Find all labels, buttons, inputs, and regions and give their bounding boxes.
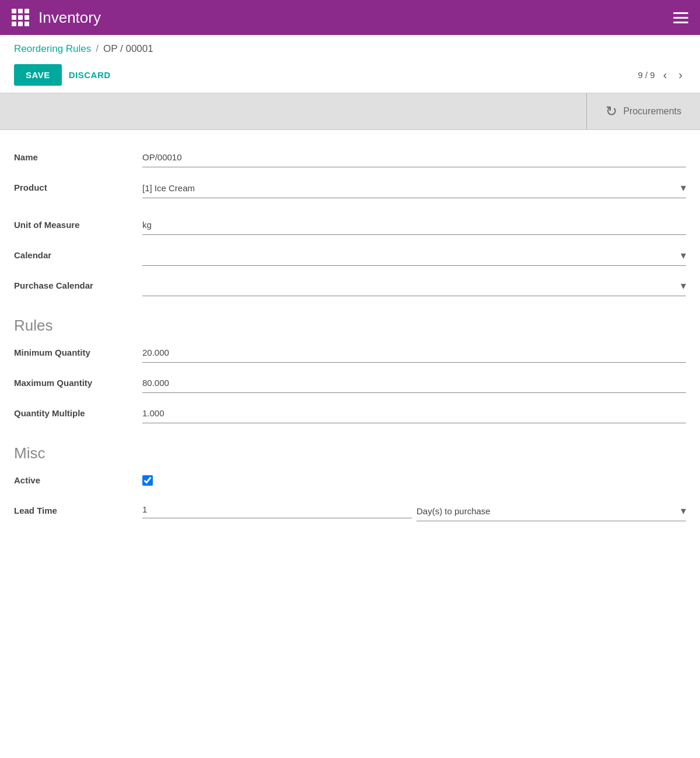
purchase-calendar-row: Purchase Calendar ▾ — [14, 275, 686, 303]
purchase-calendar-label: Purchase Calendar — [14, 275, 142, 290]
qty-multiple-input[interactable] — [142, 408, 686, 418]
purchase-calendar-select[interactable] — [142, 281, 678, 291]
active-checkbox[interactable] — [142, 475, 153, 486]
max-qty-row: Maximum Quantity — [14, 372, 686, 400]
qty-multiple-label: Quantity Multiple — [14, 402, 142, 418]
purchase-calendar-select-wrapper[interactable]: ▾ — [142, 275, 686, 296]
min-qty-row: Minimum Quantity — [14, 342, 686, 370]
lead-time-unit-select[interactable]: Day(s) to purchase — [416, 506, 678, 516]
max-qty-label: Maximum Quantity — [14, 372, 142, 388]
breadcrumb: Reordering Rules / OP / 00001 — [0, 35, 700, 59]
prev-page-button[interactable]: ‹ — [660, 67, 671, 83]
hamburger-menu[interactable] — [673, 12, 688, 23]
qty-multiple-row: Quantity Multiple — [14, 402, 686, 430]
product-select-wrapper[interactable]: [1] Ice Cream ▾ — [142, 177, 686, 198]
procurements-stat[interactable]: ↻ Procurements — [586, 93, 700, 129]
calendar-row: Calendar ▾ — [14, 244, 686, 272]
toolbar: SAVE DISCARD 9 / 9 ‹ › — [0, 59, 700, 93]
app-header: Inventory — [0, 0, 700, 35]
refresh-icon: ↻ — [606, 103, 617, 120]
name-label: Name — [14, 146, 142, 162]
pagination-text: 9 / 9 — [638, 70, 654, 80]
breadcrumb-link[interactable]: Reordering Rules — [14, 43, 91, 55]
breadcrumb-separator: / — [96, 43, 99, 55]
name-input[interactable] — [142, 152, 686, 162]
max-qty-field[interactable] — [142, 372, 686, 393]
unit-value: kg — [142, 214, 686, 235]
lead-time-unit-wrapper[interactable]: Day(s) to purchase ▾ — [416, 500, 686, 521]
active-checkbox-wrapper[interactable] — [142, 469, 153, 486]
min-qty-input[interactable] — [142, 348, 686, 357]
app-title: Inventory — [38, 9, 101, 27]
purchase-calendar-dropdown-icon: ▾ — [681, 279, 686, 292]
calendar-dropdown-icon: ▾ — [681, 249, 686, 262]
grid-icon[interactable] — [12, 9, 29, 26]
active-row: Active — [14, 469, 686, 497]
next-page-button[interactable]: › — [675, 67, 686, 83]
pagination: 9 / 9 ‹ › — [638, 67, 686, 83]
misc-section-title: Misc — [14, 444, 686, 462]
lead-time-label: Lead Time — [14, 500, 142, 515]
qty-multiple-field[interactable] — [142, 402, 686, 423]
form-container: Name Product [1] Ice Cream ▾ Unit of Mea… — [0, 130, 700, 542]
product-select[interactable]: [1] Ice Cream — [142, 183, 678, 193]
toolbar-actions: SAVE DISCARD — [14, 64, 111, 86]
breadcrumb-current: OP / 00001 — [103, 43, 153, 55]
calendar-select-wrapper[interactable]: ▾ — [142, 244, 686, 266]
rules-section-title: Rules — [14, 317, 686, 335]
unit-row: Unit of Measure kg — [14, 214, 686, 242]
stat-bar: ↻ Procurements — [0, 93, 700, 130]
name-row: Name — [14, 146, 686, 174]
discard-button[interactable]: DISCARD — [69, 70, 111, 80]
active-label: Active — [14, 469, 142, 485]
header-left: Inventory — [12, 9, 101, 27]
procurements-label: Procurements — [623, 106, 681, 117]
product-row: Product [1] Ice Cream ▾ — [14, 177, 686, 205]
lead-time-input-wrapper[interactable] — [142, 500, 412, 518]
calendar-label: Calendar — [14, 244, 142, 260]
lead-time-input[interactable] — [142, 504, 412, 514]
product-label: Product — [14, 177, 142, 192]
name-field[interactable] — [142, 146, 686, 167]
product-dropdown-icon: ▾ — [681, 181, 686, 194]
calendar-select[interactable] — [142, 251, 678, 261]
lead-time-unit-dropdown-icon: ▾ — [681, 504, 686, 517]
max-qty-input[interactable] — [142, 378, 686, 388]
save-button[interactable]: SAVE — [14, 64, 62, 86]
min-qty-field[interactable] — [142, 342, 686, 363]
lead-time-row: Lead Time Day(s) to purchase ▾ — [14, 500, 686, 528]
unit-label: Unit of Measure — [14, 214, 142, 230]
min-qty-label: Minimum Quantity — [14, 342, 142, 357]
